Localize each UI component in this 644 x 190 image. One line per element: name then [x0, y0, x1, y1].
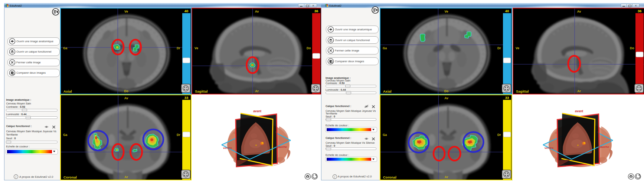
svg-text:Sagittal: Sagittal	[516, 89, 529, 93]
svg-text:Ar: Ar	[124, 175, 128, 179]
svg-text:Coronal: Coronal	[383, 175, 396, 179]
svg-text:Dr: Dr	[177, 46, 180, 50]
svg-text:i: i	[15, 175, 16, 179]
svg-text:40: 40	[184, 9, 189, 13]
svg-text:s: s	[275, 130, 277, 134]
svg-text:40: 40	[505, 9, 509, 13]
svg-text:Ve: Ve	[445, 10, 448, 13]
svg-text:Do: Do	[124, 89, 128, 93]
svg-text:Ga: Ga	[63, 46, 68, 50]
svg-text:Av: Av	[255, 10, 259, 13]
svg-text:Ve: Ve	[516, 46, 519, 50]
svg-text:Ar: Ar	[445, 175, 448, 179]
svg-text:Coronal: Coronal	[63, 175, 77, 179]
svg-text:ventre: ventre	[223, 146, 232, 150]
svg-text:d: d	[555, 131, 556, 134]
svg-text:avant: avant	[575, 109, 583, 113]
svg-text:Ar: Ar	[577, 89, 581, 93]
svg-text:Dr: Dr	[497, 133, 501, 137]
svg-text:Ga: Ga	[383, 133, 387, 137]
svg-text:36: 36	[638, 9, 642, 13]
svg-text:Dr: Dr	[497, 46, 501, 50]
svg-text:avant: avant	[253, 109, 261, 113]
svg-text:ventre: ventre	[545, 146, 554, 150]
svg-text:Av: Av	[124, 96, 128, 100]
svg-text:Ve: Ve	[194, 46, 198, 50]
svg-text:Ga: Ga	[383, 46, 387, 50]
svg-text:33: 33	[184, 96, 189, 100]
svg-text:gauche: gauche	[599, 145, 609, 149]
svg-text:s: s	[598, 130, 599, 134]
svg-text:36: 36	[314, 9, 318, 13]
svg-text:Do: Do	[307, 46, 311, 50]
svg-text:Axial: Axial	[383, 89, 392, 93]
svg-text:d: d	[233, 131, 235, 134]
svg-text:Sagittal: Sagittal	[195, 89, 207, 93]
svg-text:Ar: Ar	[255, 89, 259, 93]
svg-text:Av: Av	[577, 10, 581, 13]
svg-text:Av: Av	[444, 96, 448, 100]
svg-text:Do: Do	[630, 46, 634, 50]
svg-text:Do: Do	[444, 89, 448, 93]
svg-text:Dr: Dr	[177, 133, 180, 137]
svg-text:Ga: Ga	[63, 133, 68, 137]
svg-text:Ve: Ve	[124, 10, 128, 13]
svg-text:i: i	[334, 175, 335, 179]
svg-text:gauche: gauche	[277, 145, 287, 149]
svg-text:33: 33	[505, 96, 509, 100]
svg-text:Axial: Axial	[63, 89, 72, 93]
